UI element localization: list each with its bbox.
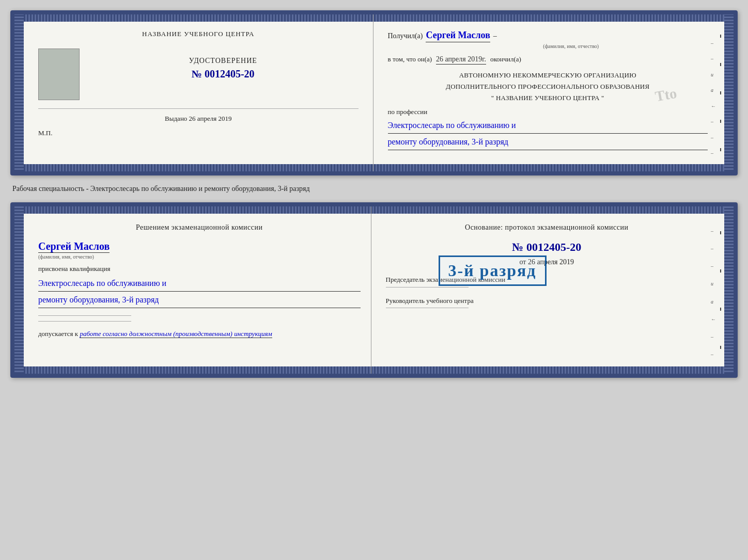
profession-line1: Электрослесарь по обслуживанию и [388, 118, 708, 134]
issued-label: Выдано [165, 115, 187, 122]
sign-line2 [38, 321, 131, 322]
in-that-label: в том, что он(а) [388, 55, 432, 63]
sign-line1 [38, 315, 131, 316]
issued-date-text: 26 апреля 2019 [189, 115, 232, 122]
dash-mark [720, 91, 721, 94]
right-side-dashes [718, 22, 723, 164]
admission-block: допускается к работе согласно должностны… [38, 330, 361, 338]
dash-mark [720, 148, 721, 151]
profession-line2: ремонту оборудования, 3-й разряд [388, 135, 708, 150]
cert-label: УДОСТОВЕРЕНИЕ [189, 57, 257, 65]
org-line1: АВТОНОМНУЮ НЕКОММЕРЧЕСКУЮ ОРГАНИЗАЦИЮ [388, 70, 708, 81]
mp-label: М.П. [38, 129, 359, 137]
photo-placeholder [38, 49, 80, 100]
cert-info-block: УДОСТОВЕРЕНИЕ № 0012405-20 [88, 49, 359, 80]
decision-label: Решением экзаменационной комиссии [38, 222, 361, 233]
basis-label: Основание: протокол экзаменационной коми… [386, 222, 708, 233]
chairman-label: Председатель экзаменационной комиссии [386, 275, 708, 285]
stamp-text: 3-й разряд [448, 261, 537, 280]
qual-line2: ремонту оборудования, 3-й разряд [38, 293, 361, 308]
cert2-right-panel: Основание: протокол экзаменационной коми… [371, 206, 719, 374]
dash-mark [720, 63, 721, 66]
person-name: Сергей Маслов [38, 241, 110, 253]
profession-label: по профессии [388, 108, 708, 116]
chairman-sign-line [386, 287, 469, 287]
name-subtitle2: (фамилия, имя, отчество) [38, 254, 361, 260]
between-label: Рабочая специальность - Электрослесарь п… [10, 184, 738, 194]
left-spine [14, 14, 24, 171]
completion-date: 26 апреля 2019г. [436, 55, 486, 65]
page-wrapper: НАЗВАНИЕ УЧЕБНОГО ЦЕНТРА УДОСТОВЕРЕНИЕ №… [10, 10, 738, 378]
right-side-marks: – – и а ← – – – [711, 35, 715, 161]
admission-text: работе согласно должностным (производств… [80, 330, 272, 338]
right-spine2 [724, 206, 734, 374]
org-block: АВТОНОМНУЮ НЕКОММЕРЧЕСКУЮ ОРГАНИЗАЦИЮ ДО… [388, 70, 708, 104]
certificate-1: НАЗВАНИЕ УЧЕБНОГО ЦЕНТРА УДОСТОВЕРЕНИЕ №… [10, 10, 738, 175]
name-subtitle: (фамилия, имя, отчество) [434, 43, 708, 49]
in-that-row: в том, что он(а) 26 апреля 2019г. окончи… [388, 55, 708, 65]
admission-label: допускается к [38, 330, 78, 338]
dash-mark [720, 35, 721, 38]
cert1-right-panel: Tto Получил(а) Сергей Маслов – (фамилия,… [373, 14, 719, 171]
org-line3: " НАЗВАНИЕ УЧЕБНОГО ЦЕНТРА " [388, 92, 708, 104]
org-line2: ДОПОЛНИТЕЛЬНОГО ПРОФЕССИОНАЛЬНОГО ОБРАЗО… [388, 81, 708, 92]
left-spine2 [14, 206, 24, 374]
cert1-left-panel: НАЗВАНИЕ УЧЕБНОГО ЦЕНТРА УДОСТОВЕРЕНИЕ №… [24, 14, 373, 171]
qual-line1: Электрослесарь по обслуживанию и [38, 276, 361, 292]
dash-mark [720, 120, 721, 123]
head-label: Руководитель учебного центра [386, 296, 708, 306]
issued-block: Выдано 26 апреля 2019 [38, 108, 359, 123]
protocol-number: № 0012405-20 [386, 241, 708, 254]
cert-number: № 0012405-20 [192, 68, 255, 80]
right-side-dashes2 [718, 214, 723, 366]
right-side-marks2: – – – и а ← – – [711, 222, 715, 363]
head-sign-line [386, 308, 469, 308]
qualification-label: присвоена квалификация [38, 265, 361, 273]
protocol-date-row: от 26 апреля 2019 [386, 258, 708, 266]
cert2-left-panel: Решением экзаменационной комиссии Сергей… [24, 206, 371, 374]
dash1: – [493, 32, 497, 40]
stamp-overlay: 3-й разряд [439, 255, 547, 286]
right-spine [724, 14, 734, 171]
certificate-2: Решением экзаменационной комиссии Сергей… [10, 202, 738, 378]
completed-label: окончил(а) [490, 55, 521, 63]
recipient-name: Сергей Маслов [426, 30, 490, 42]
photo-cert-row: УДОСТОВЕРЕНИЕ № 0012405-20 [38, 49, 359, 100]
org-title-left: НАЗВАНИЕ УЧЕБНОГО ЦЕНТРА [38, 30, 359, 38]
received-row: Получил(а) Сергей Маслов – [388, 30, 708, 42]
received-label: Получил(а) [388, 32, 423, 40]
